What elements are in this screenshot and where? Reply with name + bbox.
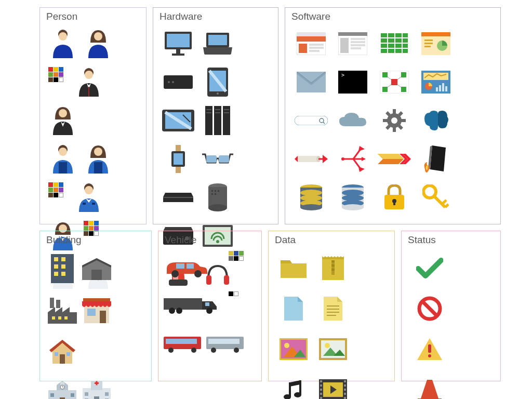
shop-icon[interactable] bbox=[79, 289, 114, 331]
svg-rect-57 bbox=[215, 193, 216, 195]
svg-rect-77 bbox=[351, 41, 365, 43]
traffic-cone-icon[interactable] bbox=[407, 369, 453, 399]
factory-icon[interactable] bbox=[45, 289, 79, 331]
house-icon[interactable] bbox=[45, 331, 79, 373]
dashboard-window-icon[interactable] bbox=[415, 24, 457, 63]
hospital-icon[interactable] bbox=[79, 373, 114, 399]
svg-rect-75 bbox=[340, 38, 349, 53]
folder-icon[interactable] bbox=[274, 248, 313, 288]
svg-rect-201 bbox=[94, 396, 99, 399]
office-icon[interactable] bbox=[45, 248, 79, 289]
svg-rect-166 bbox=[54, 264, 58, 269]
svg-rect-181 bbox=[55, 352, 58, 356]
svg-rect-74 bbox=[338, 32, 367, 36]
software-grid: > bbox=[290, 24, 495, 217]
person-female-suit-icon[interactable] bbox=[45, 101, 81, 140]
svg-rect-10 bbox=[94, 162, 102, 174]
warning-icon[interactable] bbox=[407, 329, 453, 369]
analytics-panel-icon[interactable] bbox=[415, 63, 457, 101]
svg-rect-245 bbox=[344, 380, 346, 382]
status-grid bbox=[407, 248, 495, 399]
svg-rect-248 bbox=[344, 393, 346, 395]
svg-rect-172 bbox=[56, 300, 60, 308]
svg-rect-91 bbox=[395, 44, 402, 48]
svg-rect-247 bbox=[344, 389, 346, 391]
svg-point-27 bbox=[172, 81, 174, 83]
cylinder-machine-icon[interactable] bbox=[198, 178, 237, 217]
svg-rect-13 bbox=[83, 203, 86, 205]
server-rack-icon[interactable] bbox=[198, 101, 237, 140]
key-icon[interactable] bbox=[415, 178, 457, 217]
smartwatch-icon[interactable] bbox=[158, 140, 198, 178]
tablet-portrait-icon[interactable] bbox=[198, 63, 237, 101]
person-male-blue-icon[interactable] bbox=[45, 24, 81, 63]
arrow-chevrons-icon[interactable] bbox=[374, 140, 415, 178]
building-grid bbox=[45, 248, 146, 399]
svg-line-162 bbox=[445, 204, 448, 207]
person-female-apron-icon[interactable] bbox=[81, 140, 116, 178]
truck-icon[interactable] bbox=[164, 286, 257, 325]
hdd-icon[interactable] bbox=[158, 178, 198, 217]
database-blue-icon[interactable] bbox=[332, 178, 374, 217]
glasses-icon[interactable] bbox=[198, 140, 237, 178]
picture-frame-icon[interactable] bbox=[313, 329, 353, 369]
car-icon[interactable] bbox=[164, 248, 257, 286]
person-male-suit-icon[interactable] bbox=[71, 63, 107, 101]
svg-rect-81 bbox=[381, 33, 387, 37]
svg-rect-121 bbox=[442, 83, 444, 91]
browser-window-icon[interactable] bbox=[290, 24, 332, 63]
person-female-blue-icon[interactable] bbox=[81, 24, 116, 63]
svg-rect-240 bbox=[320, 380, 322, 382]
bus-pair-icon[interactable] bbox=[164, 325, 257, 363]
warehouse-icon[interactable] bbox=[79, 248, 114, 289]
svg-rect-169 bbox=[61, 272, 65, 276]
search-bar-icon[interactable] bbox=[290, 101, 332, 140]
monitor-icon[interactable] bbox=[158, 24, 198, 63]
person-male-apron-icon[interactable] bbox=[45, 140, 81, 178]
rack-small-icon[interactable] bbox=[158, 63, 198, 101]
svg-rect-84 bbox=[403, 33, 408, 37]
mail-icon[interactable] bbox=[290, 63, 332, 101]
no-entry-icon[interactable] bbox=[407, 288, 453, 329]
checkmark-icon[interactable] bbox=[407, 248, 453, 288]
video-clip-icon[interactable] bbox=[313, 369, 353, 399]
svg-rect-94 bbox=[388, 49, 394, 53]
svg-rect-41 bbox=[224, 109, 229, 110]
svg-rect-35 bbox=[214, 106, 221, 135]
network-diagram-icon[interactable] bbox=[374, 63, 415, 101]
music-note-icon[interactable] bbox=[274, 369, 313, 399]
gear-icon[interactable] bbox=[374, 101, 415, 140]
person-male-uniform-icon[interactable] bbox=[71, 178, 107, 217]
arrow-pipe-icon[interactable] bbox=[290, 140, 332, 178]
svg-rect-79 bbox=[351, 47, 361, 49]
svg-point-217 bbox=[211, 348, 216, 353]
svg-rect-244 bbox=[320, 397, 322, 399]
svg-point-26 bbox=[168, 81, 170, 83]
brain-icon[interactable] bbox=[415, 101, 457, 140]
terminal-icon[interactable]: > bbox=[332, 63, 374, 101]
window-gray-icon[interactable] bbox=[332, 24, 374, 63]
spreadsheet-icon[interactable] bbox=[374, 24, 415, 63]
svg-rect-100 bbox=[424, 39, 433, 41]
laptop-icon[interactable] bbox=[198, 24, 237, 63]
svg-rect-67 bbox=[297, 32, 326, 36]
arrow-split-icon[interactable] bbox=[332, 140, 374, 178]
compressed-folder-icon[interactable] bbox=[313, 248, 353, 288]
firewall-icon[interactable] bbox=[415, 140, 457, 178]
svg-rect-190 bbox=[71, 393, 74, 397]
svg-rect-72 bbox=[309, 50, 320, 52]
cloud-icon[interactable] bbox=[332, 101, 374, 140]
document-icon[interactable] bbox=[274, 288, 313, 329]
text-document-icon[interactable] bbox=[313, 288, 353, 329]
school-icon[interactable] bbox=[45, 373, 79, 399]
svg-rect-85 bbox=[381, 38, 387, 43]
database-yellow-icon[interactable] bbox=[290, 178, 332, 217]
data-grid bbox=[274, 248, 389, 399]
svg-rect-68 bbox=[297, 36, 326, 42]
tablet-landscape-icon[interactable] bbox=[158, 101, 198, 140]
padlock-icon[interactable] bbox=[374, 178, 415, 217]
svg-point-12 bbox=[85, 186, 93, 194]
svg-rect-129 bbox=[383, 119, 388, 122]
svg-rect-36 bbox=[223, 106, 230, 135]
picture-bright-icon[interactable] bbox=[274, 329, 313, 369]
